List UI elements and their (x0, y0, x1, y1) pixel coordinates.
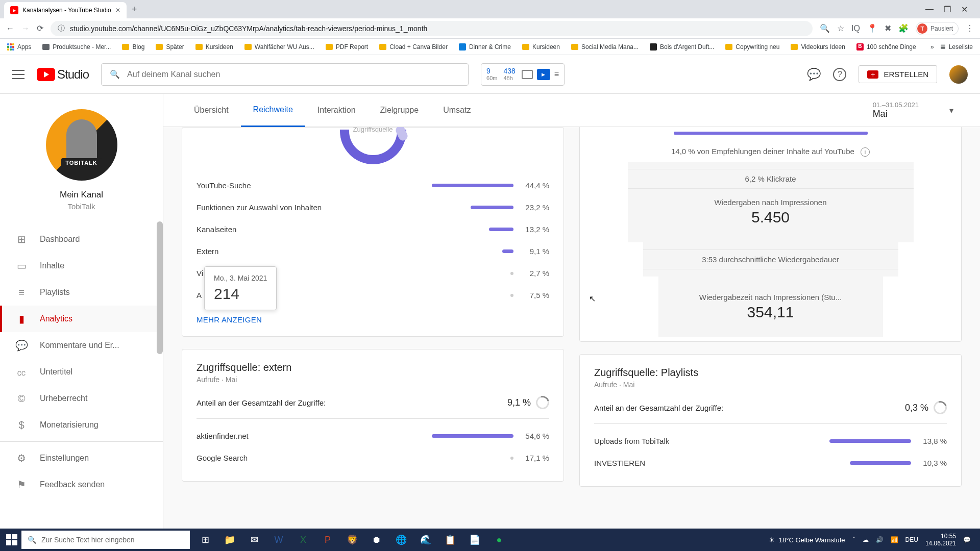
new-tab-button[interactable]: + (127, 4, 142, 15)
search-input[interactable] (127, 70, 460, 79)
bookmark-item[interactable]: Produktsuche - Mer... (42, 43, 111, 51)
bookmark-apps[interactable]: Apps (7, 43, 31, 51)
nav-monetization[interactable]: $Monetarisierung (0, 412, 163, 438)
studio-logo[interactable]: Studio (37, 67, 89, 82)
app-icon[interactable]: 📄 (463, 530, 486, 550)
star-icon[interactable]: ☆ (837, 23, 844, 33)
table-row[interactable]: Funktionen zur Auswahl von Inhalten23,2 … (197, 196, 549, 218)
row-label: Kanalseiten (197, 225, 432, 234)
nav-copyright[interactable]: ©Urheberrecht (0, 385, 163, 412)
channel-avatar[interactable]: TOBITALK (46, 109, 117, 181)
nav-content[interactable]: ▭Inhalte (0, 253, 163, 279)
table-row[interactable]: Google Search17,1 % (197, 447, 549, 469)
start-button[interactable] (4, 532, 19, 547)
create-button[interactable]: + ERSTELLEN (859, 65, 937, 83)
bookmark-item[interactable]: Wahlfächer WU Aus... (244, 43, 314, 51)
chrome-icon[interactable]: 🌐 (390, 530, 412, 550)
bookmark-item[interactable]: Blog (122, 43, 144, 51)
channel-search[interactable]: 🔍 (101, 63, 469, 86)
nav-subtitles[interactable]: ㏄Untertitel (0, 359, 163, 385)
date-range-picker[interactable]: 01.–31.05.2021 Mai ▾ (865, 97, 962, 123)
nav-settings[interactable]: ⚙Einstellungen (0, 445, 163, 471)
bookmark-item[interactable]: Social Media Mana... (571, 43, 639, 51)
extensions-icon[interactable]: 🧩 (898, 23, 909, 33)
nav-feedback[interactable]: ⚑Feedback senden (0, 471, 163, 498)
bookmark-item[interactable]: Cload + Canva Bilder (379, 43, 448, 51)
cloud-icon[interactable]: ☁ (863, 536, 869, 543)
table-row[interactable]: INVESTIEREN10,3 % (594, 452, 947, 474)
live-stats-widget[interactable]: 960m 43848h ≡ (481, 63, 565, 86)
volume-icon[interactable]: 🔊 (876, 536, 884, 543)
bookmark-item[interactable]: B100 schöne Dinge (856, 43, 916, 51)
nav-dashboard[interactable]: ⊞Dashboard (0, 226, 163, 253)
brave-icon[interactable]: 🦁 (341, 530, 363, 550)
close-window-icon[interactable]: ✕ (961, 5, 968, 14)
app-icon[interactable]: 📋 (439, 530, 461, 550)
help-icon[interactable]: ? (833, 68, 846, 81)
dollar-icon: $ (15, 419, 28, 431)
ext-cross-icon[interactable]: ✖ (885, 23, 891, 33)
bookmark-item[interactable]: Videokurs Ideen (791, 43, 845, 51)
bookmark-item[interactable]: Später (156, 43, 184, 51)
table-row[interactable]: YouTube-Suche44,4 % (197, 174, 549, 196)
bookmark-item[interactable]: Copywriting neu (725, 43, 779, 51)
hamburger-icon[interactable] (12, 70, 24, 79)
ext-pin-icon[interactable]: 📍 (867, 23, 877, 33)
back-icon[interactable]: ← (6, 24, 14, 33)
profile-button[interactable]: T Pausiert (916, 22, 959, 35)
table-row[interactable]: aktienfinder.net54,6 % (197, 425, 549, 447)
clock[interactable]: 10:55 14.06.2021 (925, 533, 956, 547)
task-view-icon[interactable]: ⊞ (194, 530, 216, 550)
zoom-icon[interactable]: 🔍 (820, 23, 830, 33)
weather-widget[interactable]: ☀ 18°C Gelbe Warnstufe (769, 536, 845, 544)
bookmark-item[interactable]: Kursideen (522, 43, 560, 51)
browser-tab[interactable]: Kanalanalysen - YouTube Studio ✕ (4, 2, 127, 18)
nav-playlists[interactable]: ≡Playlists (0, 279, 163, 306)
row-label: aktienfinder.net (197, 432, 432, 440)
maximize-icon[interactable]: ❐ (944, 5, 951, 14)
wifi-icon[interactable]: 📶 (891, 536, 898, 543)
nav-comments[interactable]: 💬Kommentare und Er... (0, 332, 163, 359)
word-icon[interactable]: W (267, 530, 290, 550)
ext-keep-icon[interactable]: IQ (851, 24, 860, 33)
tab-engagement[interactable]: Interaktion (305, 94, 368, 126)
info-icon[interactable]: i (861, 147, 870, 157)
minimize-icon[interactable]: — (925, 5, 934, 14)
account-avatar[interactable] (949, 65, 968, 84)
edge-icon[interactable]: 🌊 (414, 530, 437, 550)
table-row[interactable]: Extern9,1 % (197, 240, 549, 262)
notifications-icon[interactable]: 💬 (963, 536, 971, 543)
bookmark-item[interactable]: Kursideen (195, 43, 233, 51)
close-icon[interactable]: ✕ (115, 7, 120, 14)
comments-icon[interactable]: 💬 (807, 68, 821, 81)
reload-icon[interactable]: ⟳ (37, 23, 43, 33)
tab-reach[interactable]: Reichweite (241, 94, 305, 127)
table-row[interactable]: Uploads from TobiTalk13,8 % (594, 430, 947, 452)
chrome-menu-icon[interactable]: ⋮ (966, 23, 974, 33)
bookmark-item[interactable]: Bois d'Argent Duft... (650, 43, 714, 51)
chevron-down-icon: ▾ (949, 106, 953, 115)
bookmark-item[interactable]: Dinner & Crime (459, 43, 511, 51)
taskbar-search[interactable]: 🔍 Zur Suche Text hier eingeben (21, 531, 190, 549)
powerpoint-icon[interactable]: P (316, 530, 339, 550)
explorer-icon[interactable]: 📁 (218, 530, 241, 550)
tab-audience[interactable]: Zielgruppe (368, 94, 431, 126)
tab-revenue[interactable]: Umsatz (431, 94, 483, 126)
scrollbar-thumb[interactable] (157, 221, 163, 354)
row-pct: 7,5 % (513, 291, 549, 299)
tab-overview[interactable]: Übersicht (182, 94, 241, 126)
row-label: INVESTIEREN (594, 459, 829, 467)
tray-chevron-icon[interactable]: ˄ (852, 536, 855, 543)
bookmark-item[interactable]: PDF Report (326, 43, 368, 51)
excel-icon[interactable]: X (292, 530, 314, 550)
forward-icon[interactable]: → (21, 24, 30, 33)
url-input[interactable]: ⓘ studio.youtube.com/channel/UC6N5u-OiGz… (51, 21, 813, 36)
table-row[interactable]: Kanalseiten13,2 % (197, 218, 549, 240)
obs-icon[interactable]: ⏺ (365, 530, 388, 550)
bookmark-overflow-icon[interactable]: » (930, 43, 934, 51)
reading-list-button[interactable]: 𝌆Leseliste (940, 43, 973, 51)
mail-icon[interactable]: ✉ (243, 530, 265, 550)
spotify-icon[interactable]: ● (488, 530, 510, 550)
lang-indicator[interactable]: DEU (905, 536, 918, 543)
nav-analytics[interactable]: ▮Analytics (0, 306, 163, 332)
